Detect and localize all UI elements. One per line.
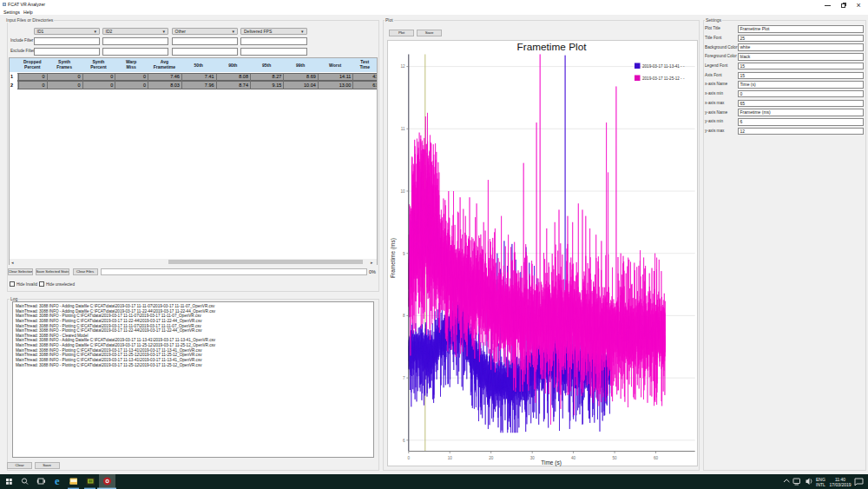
svg-text:17/03/2019: 17/03/2019 [829, 482, 851, 487]
svg-text:10: 10 [400, 189, 405, 194]
svg-text:50: 50 [613, 456, 618, 460]
svg-text:2019-03-17 11-25-12 - -: 2019-03-17 11-25-12 - - [642, 76, 685, 81]
svg-text:30: 30 [530, 456, 536, 460]
svg-text:e: e [55, 475, 60, 487]
svg-text:Frametime Plot: Frametime Plot [517, 41, 588, 53]
svg-text:9: 9 [403, 252, 405, 256]
svg-text:10: 10 [448, 456, 453, 460]
svg-text:60: 60 [654, 456, 659, 460]
svg-text:8: 8 [403, 314, 405, 318]
svg-text:11: 11 [401, 127, 405, 131]
svg-text:0: 0 [408, 456, 411, 460]
svg-text:7: 7 [403, 376, 405, 380]
svg-text:2019-03-17 11-13-41 - -: 2019-03-17 11-13-41 - - [642, 64, 685, 69]
svg-text:20: 20 [489, 456, 494, 460]
svg-text:Frametime (ms): Frametime (ms) [390, 238, 397, 278]
svg-text:Time (s): Time (s) [541, 459, 562, 466]
svg-text:12: 12 [400, 64, 405, 69]
svg-text:6: 6 [403, 439, 405, 443]
svg-text:INTL: INTL [816, 482, 825, 487]
svg-text:40: 40 [571, 456, 576, 460]
